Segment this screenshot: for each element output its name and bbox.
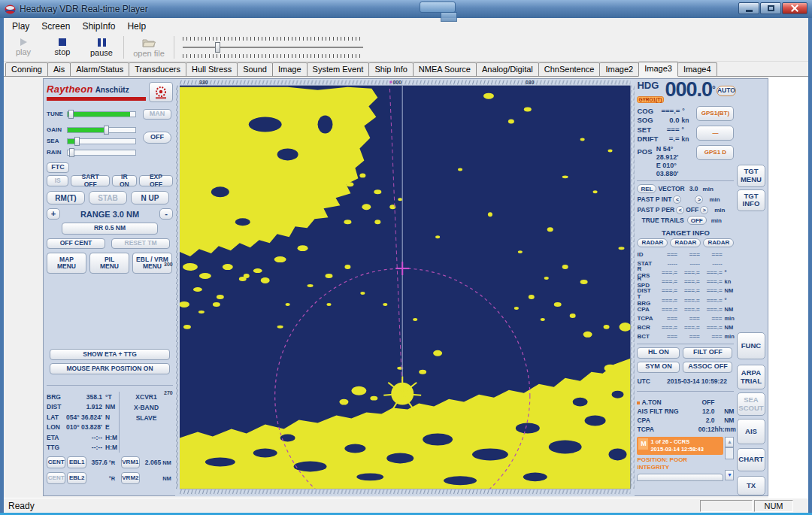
chart-button[interactable]: CHART xyxy=(737,448,765,472)
tab[interactable]: Transducers xyxy=(129,62,186,76)
hdg-auto-button[interactable]: AUTO xyxy=(717,86,736,96)
target-table-row: BCR===.====.====.=NM xyxy=(637,323,734,332)
tune-slider[interactable] xyxy=(67,111,136,117)
signal-processing-button[interactable]: SART OFF xyxy=(71,175,109,186)
alarm-message-box[interactable]: M 1 of 26 - CCRS 2015-03-14 12:58:43 xyxy=(637,437,723,455)
tab[interactable]: System Event xyxy=(307,62,370,76)
menu-item[interactable]: ShipInfo xyxy=(77,20,120,33)
open-file-button[interactable]: open file xyxy=(126,35,171,60)
tab[interactable]: Conning xyxy=(5,62,48,76)
tgt-menu-button[interactable]: TGTMENU xyxy=(737,165,765,187)
heading-line-toggle-button[interactable]: HL ON xyxy=(637,347,680,359)
anschuetz-logo-button[interactable] xyxy=(149,82,173,102)
rel-vector-button[interactable]: REL xyxy=(637,184,656,193)
pause-button[interactable]: pause xyxy=(82,35,121,60)
menu-item[interactable]: Help xyxy=(122,20,151,33)
cent2-button[interactable]: CENT xyxy=(47,472,65,484)
vrm1-button[interactable]: VRM1 xyxy=(121,456,140,468)
signal-processing-button[interactable]: IS xyxy=(47,175,68,186)
past-p-per-increase-button[interactable]: > xyxy=(700,206,708,214)
mouse-park-button[interactable]: MOUSE PARK POSITION ON xyxy=(50,363,170,374)
pil-menu-button[interactable]: PILMENU xyxy=(89,253,129,274)
cent1-button[interactable]: CENT xyxy=(47,456,65,468)
ftc-button[interactable]: FTC xyxy=(47,162,69,173)
tab[interactable]: Ais xyxy=(47,62,71,76)
tab[interactable]: Image2 xyxy=(599,62,639,76)
sea-auto-off-button[interactable]: OFF xyxy=(143,132,171,144)
tgt-info-button[interactable]: TGTINFO xyxy=(737,189,765,212)
play-button[interactable]: play xyxy=(4,35,43,60)
scroll-down-arrow[interactable]: ▼ xyxy=(725,470,734,480)
scroll-thumb[interactable] xyxy=(725,447,734,459)
tune-man-button[interactable]: MAN xyxy=(143,109,171,120)
gain-slider[interactable] xyxy=(67,127,136,133)
tab[interactable]: Image4 xyxy=(677,62,717,76)
rain-slider[interactable] xyxy=(67,150,136,156)
map-menu-button[interactable]: MAPMENU xyxy=(47,253,86,274)
tab[interactable]: Sound xyxy=(237,62,273,76)
radar-source-button[interactable]: RADAR xyxy=(637,238,668,247)
true-trails-off-button[interactable]: OFF xyxy=(687,216,707,225)
menu-item[interactable]: Screen xyxy=(36,20,75,33)
ais-button[interactable]: AIS xyxy=(737,419,765,444)
scroll-up-arrow[interactable]: ▲ xyxy=(725,437,734,447)
reset-tm-button[interactable]: RESET TM xyxy=(111,238,170,249)
radar-screenshot-panel: RaytheonAnschütz MAN OFF TUNE GAIN xyxy=(43,78,768,496)
gain-slider-thumb[interactable] xyxy=(104,126,109,135)
tab[interactable]: Analog/Digital xyxy=(476,62,539,76)
menu-item[interactable]: Play xyxy=(7,20,35,33)
seek-track[interactable] xyxy=(183,47,363,48)
ebl1-button[interactable]: EBL1 xyxy=(67,456,86,468)
gps1-bt-button[interactable]: GPS1(BT) xyxy=(696,106,734,121)
past-p-per-decrease-button[interactable]: < xyxy=(676,206,684,214)
rain-slider-thumb[interactable] xyxy=(69,148,74,157)
show-eta-ttg-button[interactable]: SHOW ETA + TTG xyxy=(50,349,170,360)
alarm-scrollbar[interactable]: ▲ ▼ xyxy=(725,437,734,481)
gps1-d-button[interactable]: GPS1 D xyxy=(696,145,734,160)
signal-processing-button[interactable]: IR ON xyxy=(112,175,137,186)
resize-grip[interactable] xyxy=(795,500,807,512)
range-decrease-button[interactable]: - xyxy=(159,208,173,220)
playback-seek-slider[interactable] xyxy=(183,36,363,59)
past-p-int-decrease-button[interactable]: < xyxy=(673,195,681,204)
off-center-button[interactable]: OFF CENT xyxy=(47,238,105,249)
past-p-int-increase-button[interactable]: > xyxy=(695,195,703,204)
sea-slider-thumb[interactable] xyxy=(74,137,80,146)
tab[interactable]: Image xyxy=(272,62,308,76)
ebl2-button[interactable]: EBL2 xyxy=(67,472,86,484)
north-up-button[interactable]: N UP xyxy=(131,191,169,204)
tab[interactable]: Image3 xyxy=(638,62,678,77)
tx-button[interactable]: TX xyxy=(737,476,765,495)
stab-button[interactable]: STAB xyxy=(89,191,127,204)
tab[interactable]: Alarm/Status xyxy=(70,62,129,76)
radar-ppi-display[interactable]: 330 000 030 xyxy=(175,79,635,497)
tab[interactable]: NMEA Source xyxy=(413,62,477,76)
sea-slider[interactable] xyxy=(67,138,136,144)
signal-processing-button[interactable]: EXP OFF xyxy=(139,175,173,186)
relative-motion-button[interactable]: RM(T) xyxy=(47,191,85,204)
background-window-artifact xyxy=(441,12,457,22)
vrm2-button[interactable]: VRM2 xyxy=(121,472,140,484)
seek-thumb[interactable] xyxy=(215,42,220,53)
tune-slider-thumb[interactable] xyxy=(68,110,74,119)
title-bar[interactable]: Headway VDR Real-time Player xyxy=(0,0,812,18)
func-button[interactable]: FUNC xyxy=(737,332,765,359)
sea-scout-button[interactable]: SEASCOUT xyxy=(737,392,765,417)
range-rings-button[interactable]: RR 0.5 NM xyxy=(62,223,158,235)
tab[interactable]: ChnSentence xyxy=(538,62,601,76)
maximize-button[interactable] xyxy=(760,2,781,14)
empty-page-area xyxy=(768,77,808,498)
radar-source-button[interactable]: RADAR xyxy=(703,238,734,247)
set-drift-source-button[interactable]: — xyxy=(696,126,734,141)
close-button[interactable] xyxy=(782,2,807,14)
stop-button[interactable]: stop xyxy=(43,35,82,60)
range-increase-button[interactable]: + xyxy=(47,208,60,220)
minimize-button[interactable] xyxy=(738,2,759,14)
tab[interactable]: Ship Info xyxy=(368,62,413,76)
arpa-trial-button[interactable]: ARPATRIAL xyxy=(737,365,765,389)
radar-source-button[interactable]: RADAR xyxy=(670,238,701,247)
association-toggle-button[interactable]: ASSOC OFF xyxy=(683,362,732,373)
filter-toggle-button[interactable]: FILT OFF xyxy=(683,347,732,359)
symbols-toggle-button[interactable]: SYM ON xyxy=(637,362,680,373)
tab[interactable]: Hull Stress xyxy=(186,62,238,76)
